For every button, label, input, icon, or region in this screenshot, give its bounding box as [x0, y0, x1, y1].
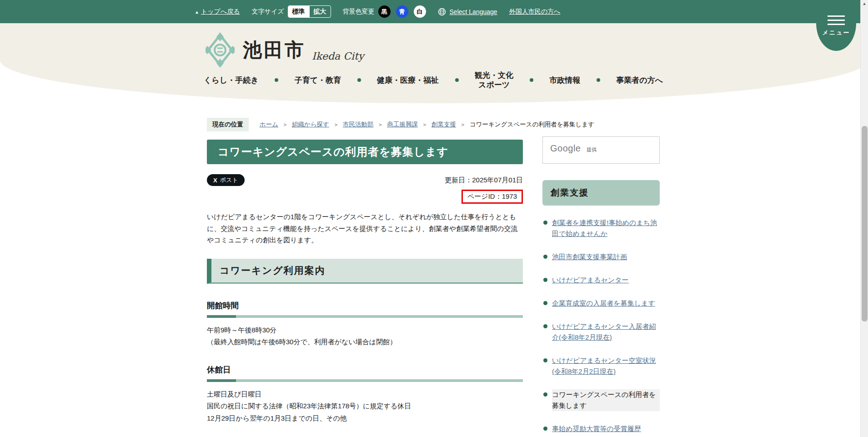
sidebar-list-item: 池田市創業支援事業計画 [542, 251, 660, 262]
font-size-toggle: 標準 拡大 [288, 5, 331, 18]
subsection-rule [207, 379, 523, 382]
menu-button-label: メニュー [823, 29, 850, 37]
updated-date: 更新日：2025年07月01日 [445, 176, 523, 185]
breadcrumb-link[interactable]: ホーム [260, 121, 278, 129]
article-intro: いけだピアまるセンターの1階をコワーキングスペースとし、それぞれが独立した仕事を… [207, 211, 523, 246]
nav-item[interactable]: 事業者の方へ [616, 75, 663, 85]
sidebar-list-item: 事始め奨励大賞等の受賞履歴 [542, 423, 660, 434]
subsection-body: 午前9時～午後8時30分（最終入館時間は午後6時30分で、利用者がない場合は閉館… [207, 324, 523, 348]
sidebar-list-item: 創業者を連携支援!事始めのまち池田で始めませんか [542, 217, 660, 239]
bg-color-control: 背景色変更 黒 青 白 [343, 5, 426, 18]
nav-item[interactable]: 市政情報 [549, 75, 580, 85]
nav-item[interactable]: 観光・文化 スポーツ [475, 70, 513, 90]
page-id-badge: ページID：1973 [462, 190, 523, 204]
sidebar-link[interactable]: いけだピアまるセンター [552, 275, 629, 286]
bullet-icon [543, 221, 547, 225]
breadcrumb-link[interactable]: 組織から探す [292, 121, 329, 129]
back-to-top-label: トップへ戻る [201, 8, 240, 15]
bg-white-button[interactable]: 白 [414, 5, 426, 18]
sidebar-list-item: いけだピアまるセンター [542, 275, 660, 286]
site-logo[interactable]: 池田市 Ikeda City [206, 32, 364, 68]
bullet-icon [543, 255, 547, 259]
sidebar-link[interactable]: 創業者を連携支援!事始めのまち池田で始めませんか [552, 217, 660, 239]
breadcrumb-link[interactable]: 創業支援 [431, 121, 456, 129]
scrollbar[interactable]: ▲ [860, 0, 868, 437]
sidebar: Google 提供 創業支援 創業者を連携支援!事始めのまち池田で始めませんか池… [542, 136, 660, 437]
breadcrumb-separator-icon: ＞ [282, 121, 288, 129]
breadcrumb-link[interactable]: 市民活動部 [343, 121, 374, 129]
sidebar-link[interactable]: 企業育成室の入居者を募集します [552, 298, 655, 309]
article-subsection: 休館日 土曜日及び日曜日国民の祝日に関する法律（昭和23年法律第178号）に規定… [207, 364, 523, 424]
nav-separator-dot-icon [597, 78, 600, 82]
back-to-top-link[interactable]: ▲トップへ戻る [195, 8, 240, 16]
select-language-link[interactable]: Select Language [450, 8, 497, 15]
sidebar-link[interactable]: いけだピアまるセンター空室状況(令和8年2月2日現在) [552, 355, 660, 377]
x-post-button[interactable]: X ポスト [207, 174, 245, 186]
sidebar-current-page: コワーキングスペースの利用者を募集します [552, 389, 660, 411]
sidebar-list-item: 企業育成室の入居者を募集します [542, 298, 660, 309]
hamburger-icon [828, 15, 845, 25]
bullet-icon [543, 278, 547, 282]
google-provided-label: 提供 [587, 147, 597, 152]
nav-separator-dot-icon [530, 78, 533, 82]
subsections: 開館時間 午前9時～午後8時30分（最終入館時間は午後6時30分で、利用者がない… [207, 300, 523, 437]
subsection-heading: 休館日 [207, 364, 523, 375]
city-emblem-icon [206, 32, 235, 68]
city-name: 池田市 [243, 37, 306, 63]
bg-black-button[interactable]: 黒 [378, 5, 391, 18]
article: コワーキングスペースの利用者を募集します X ポスト 更新日：2025年07月0… [207, 140, 523, 437]
scrollbar-thumb[interactable] [862, 126, 868, 321]
subsection-text-line: 12月29日から翌年の1月3日までの日、その他 [207, 412, 523, 424]
breadcrumb-link[interactable]: 商工振興課 [387, 121, 418, 129]
nav-item[interactable]: 子育て・教育 [295, 75, 341, 85]
up-triangle-icon: ▲ [195, 10, 199, 15]
font-size-label: 文字サイズ [252, 8, 284, 16]
bullet-icon [543, 301, 547, 305]
sidebar-list-item: いけだピアまるセンター入居者紹介(令和8年2月現在) [542, 321, 660, 343]
sidebar-list: 創業者を連携支援!事始めのまち池田で始めませんか池田市創業支援事業計画いけだピア… [542, 217, 660, 437]
language-control: Select Language [438, 8, 497, 16]
nav-separator-dot-icon [455, 78, 459, 82]
foreign-residents-link[interactable]: 外国人市民の方へ [509, 8, 561, 16]
x-post-label: ポスト [220, 176, 238, 184]
page-title: コワーキングスペースの利用者を募集します [207, 140, 523, 164]
sidebar-link[interactable]: 事始め奨励大賞等の受賞履歴 [552, 423, 641, 434]
breadcrumb-links: ホーム＞組織から探す＞市民活動部＞商工振興課＞創業支援＞ [260, 121, 470, 129]
google-logo: Google [550, 143, 581, 153]
nav-item[interactable]: くらし・手続き [204, 75, 259, 85]
nav-item[interactable]: 健康・医療・福祉 [377, 75, 439, 85]
google-search-box[interactable]: Google 提供 [542, 136, 660, 164]
subsection-rule [207, 315, 523, 318]
font-size-control: 文字サイズ 標準 拡大 [252, 5, 331, 18]
breadcrumb: 現在の位置 ホーム＞組織から探す＞市民活動部＞商工振興課＞創業支援＞ コワーキン… [207, 118, 868, 131]
sidebar-link[interactable]: 池田市創業支援事業計画 [552, 251, 627, 262]
breadcrumb-separator-icon: ＞ [377, 121, 383, 129]
page-id-row: ページID：1973 [207, 190, 523, 204]
bg-blue-button[interactable]: 青 [396, 5, 408, 18]
breadcrumb-separator-icon: ＞ [422, 121, 427, 129]
site-header: 池田市 Ikeda City くらし・手続き 子育て・教育 健康・医療・福祉 観… [0, 23, 868, 103]
city-name-english: Ikeda City [312, 50, 364, 62]
subsection-text-line: （最終入館時間は午後6時30分で、利用者がない場合は閉館） [207, 336, 523, 348]
breadcrumb-label: 現在の位置 [207, 118, 249, 131]
font-size-standard-button[interactable]: 標準 [288, 6, 309, 17]
bg-color-label: 背景色変更 [343, 8, 375, 16]
sidebar-header: 創業支援 [542, 180, 660, 206]
sidebar-list-item: いけだピアまるセンター空室状況(令和8年2月2日現在) [542, 355, 660, 377]
x-logo-icon: X [213, 177, 217, 184]
font-size-large-button[interactable]: 拡大 [309, 6, 331, 17]
globe-icon [438, 8, 446, 16]
subsection-text-line: 午前9時～午後8時30分 [207, 324, 523, 336]
subsection-text-line: 土曜日及び日曜日 [207, 388, 523, 400]
subsection-text-line: 国民の祝日に関する法律（昭和23年法律第178号）に規定する休日 [207, 400, 523, 412]
scroll-up-arrow-icon[interactable]: ▲ [861, 1, 868, 6]
nav-separator-dot-icon [357, 78, 361, 82]
sidebar-link[interactable]: いけだピアまるセンター入居者紹介(令和8年2月現在) [552, 321, 660, 343]
subsection-body: 土曜日及び日曜日国民の祝日に関する法律（昭和23年法律第178号）に規定する休日… [207, 388, 523, 424]
subsection-heading: 開館時間 [207, 300, 523, 311]
bullet-icon [543, 358, 547, 362]
breadcrumb-separator-icon: ＞ [333, 121, 339, 129]
nav-separator-dot-icon [275, 78, 278, 82]
article-meta: X ポスト 更新日：2025年07月01日 [207, 174, 523, 186]
bullet-icon [543, 427, 547, 431]
